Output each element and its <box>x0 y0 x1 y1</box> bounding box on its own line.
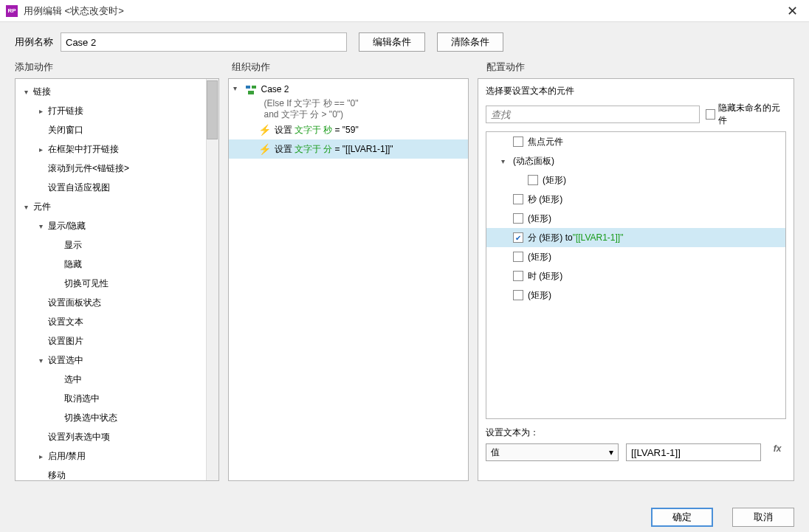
case-name-text: Case 2 <box>261 84 289 94</box>
case-action-row[interactable]: ⚡设置 文字于 分 = "[[LVAR1-1]]" <box>229 139 469 159</box>
svg-rect-1 <box>252 86 256 89</box>
case-condition-2: and 文字于 分 > "0") <box>229 109 469 120</box>
action-tree-item[interactable]: 切换选中状态 <box>16 408 206 427</box>
section-headers: 添加动作 组织动作 配置动作 <box>0 61 809 78</box>
header-organize-action: 组织动作 <box>232 61 486 74</box>
dropdown-value: 值 <box>491 446 500 459</box>
widget-label: 焦点元件 <box>528 136 563 148</box>
cancel-button[interactable]: 取消 <box>732 508 794 527</box>
search-input[interactable] <box>486 106 700 123</box>
action-tree-label: 打开链接 <box>48 105 83 117</box>
checkbox[interactable] <box>513 213 523 224</box>
header-configure-action: 配置动作 <box>486 61 794 74</box>
hide-unnamed-checkbox[interactable]: 隐藏未命名的元件 <box>706 102 786 127</box>
action-tree-label: 设置面板状态 <box>48 297 101 309</box>
value-type-dropdown[interactable]: 值 ▾ <box>486 443 619 461</box>
action-tree-item[interactable]: 在框架中打开链接 <box>16 139 206 159</box>
action-tree-label: 设置自适应视图 <box>48 182 110 194</box>
action-text: 设置 文字于 秒 = "59" <box>275 124 359 136</box>
top-row: 用例名称 编辑条件 清除条件 <box>0 22 809 61</box>
action-tree-item[interactable]: 选中 <box>16 370 206 389</box>
checkbox[interactable] <box>528 175 538 185</box>
action-tree-item[interactable]: 显示 <box>16 235 206 255</box>
action-tree-item[interactable]: 设置列表选中项 <box>16 427 206 446</box>
checkbox[interactable] <box>513 290 523 300</box>
bolt-icon: ⚡ <box>258 143 269 155</box>
widget-label: 秒 (矩形) <box>528 193 562 206</box>
widget-tree-item[interactable]: (矩形) <box>486 170 785 190</box>
action-tree-item[interactable]: 设置自适应视图 <box>16 178 206 197</box>
svg-rect-2 <box>248 91 254 94</box>
action-tree-label: 切换选中状态 <box>64 412 117 424</box>
panel-configure-action: 选择要设置文本的元件 隐藏未命名的元件 焦点元件(动态面板)(矩形)秒 (矩形)… <box>478 78 794 481</box>
case-node[interactable]: Case 2 <box>229 82 469 98</box>
chevron-right-icon[interactable] <box>36 145 45 153</box>
action-tree-item[interactable]: 滚动到元件<锚链接> <box>16 159 206 178</box>
widget-tree-item[interactable]: (动态面板) <box>486 151 785 170</box>
chevron-down-icon[interactable] <box>501 157 510 165</box>
checkbox[interactable] <box>513 194 523 204</box>
chevron-down-icon[interactable] <box>21 202 30 211</box>
widget-tree-item[interactable]: 分 (矩形) to "[[LVAR1-1]]" <box>486 228 785 247</box>
scrollbar-thumb[interactable] <box>207 80 218 139</box>
action-tree-item[interactable]: 启用/禁用 <box>16 446 206 466</box>
value-input[interactable] <box>626 443 761 461</box>
action-tree-label: 设置文本 <box>48 316 83 328</box>
widget-tree-item[interactable]: (矩形) <box>486 209 785 228</box>
action-tree-label: 在框架中打开链接 <box>48 143 119 156</box>
case-name-input[interactable] <box>61 32 347 52</box>
action-tree-item[interactable]: 设置面板状态 <box>16 293 206 312</box>
action-tree-label: 选中 <box>64 373 82 386</box>
action-tree-item[interactable]: 移动 <box>16 466 206 480</box>
action-tree-item[interactable]: 设置图片 <box>16 331 206 350</box>
chevron-down-icon: ▾ <box>609 447 613 457</box>
action-tree-item[interactable]: 元件 <box>16 197 206 216</box>
action-tree-item[interactable]: 设置文本 <box>16 312 206 331</box>
titlebar: RP 用例编辑 <状态改变时> ✕ <box>0 0 809 22</box>
action-tree-item[interactable]: 设置选中 <box>16 350 206 370</box>
widget-tree-item[interactable]: 秒 (矩形) <box>486 190 785 209</box>
action-tree[interactable]: 链接打开链接关闭窗口在框架中打开链接滚动到元件<锚链接>设置自适应视图元件显示/… <box>16 79 206 480</box>
widget-label: (矩形) <box>528 251 551 263</box>
widget-tree-item[interactable]: (矩形) <box>486 286 785 305</box>
fx-button[interactable]: fx <box>768 443 786 461</box>
action-tree-label: 显示 <box>64 239 82 252</box>
svg-rect-0 <box>246 86 250 89</box>
scrollbar[interactable] <box>206 79 218 480</box>
case-name-label: 用例名称 <box>15 35 53 49</box>
ok-button[interactable]: 确定 <box>651 508 713 527</box>
action-tree-label: 取消选中 <box>64 393 100 405</box>
action-tree-item[interactable]: 取消选中 <box>16 389 206 408</box>
action-tree-item[interactable]: 隐藏 <box>16 255 206 274</box>
widget-tree[interactable]: 焦点元件(动态面板)(矩形)秒 (矩形)(矩形)分 (矩形) to "[[LVA… <box>486 131 786 419</box>
action-tree-item[interactable]: 链接 <box>16 82 206 101</box>
checkbox[interactable] <box>513 137 523 147</box>
action-text: 设置 文字于 分 = "[[LVAR1-1]]" <box>275 143 393 155</box>
close-icon[interactable]: ✕ <box>781 3 803 19</box>
case-condition-1: (Else If 文字于 秒 == "0" <box>229 98 469 109</box>
action-tree-label: 链接 <box>33 86 51 98</box>
action-tree-item[interactable]: 关闭窗口 <box>16 120 206 139</box>
edit-condition-button[interactable]: 编辑条件 <box>359 32 425 52</box>
checkbox[interactable] <box>513 271 523 281</box>
chevron-down-icon[interactable] <box>21 87 30 96</box>
widget-tree-item[interactable]: 焦点元件 <box>486 132 785 151</box>
widget-tree-item[interactable]: 时 (矩形) <box>486 266 785 286</box>
chevron-down-icon[interactable] <box>36 356 45 365</box>
action-tree-item[interactable]: 打开链接 <box>16 101 206 120</box>
action-tree-item[interactable]: 显示/隐藏 <box>16 216 206 235</box>
chevron-down-icon[interactable] <box>36 221 45 230</box>
checkbox[interactable] <box>513 252 523 262</box>
footer: 确定 取消 <box>0 502 809 532</box>
chevron-right-icon[interactable] <box>36 452 45 460</box>
action-tree-item[interactable]: 切换可见性 <box>16 274 206 293</box>
clear-condition-button[interactable]: 清除条件 <box>437 32 503 52</box>
chevron-right-icon[interactable] <box>36 106 45 115</box>
chevron-down-icon[interactable] <box>233 84 242 92</box>
checkbox[interactable] <box>513 232 523 243</box>
action-tree-label: 设置选中 <box>48 354 83 367</box>
action-tree-label: 显示/隐藏 <box>48 220 86 232</box>
bolt-icon: ⚡ <box>258 124 269 136</box>
widget-tree-item[interactable]: (矩形) <box>486 247 785 266</box>
case-action-row[interactable]: ⚡设置 文字于 秒 = "59" <box>229 120 469 139</box>
